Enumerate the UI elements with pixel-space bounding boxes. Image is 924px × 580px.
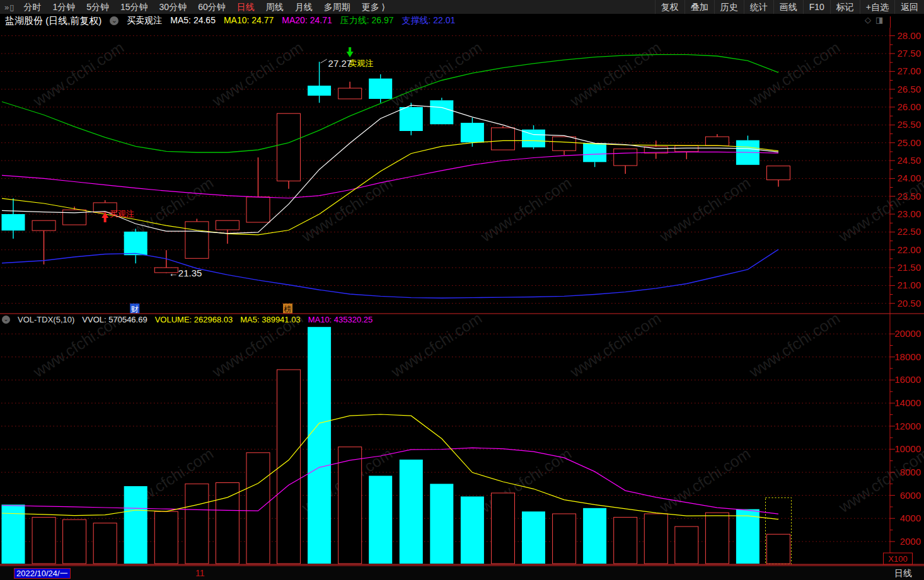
watermark: www.cfchi.com [656,174,754,246]
volume-bar-14[interactable] [400,460,423,564]
candle-11[interactable] [308,62,331,103]
high-price-label: 27.27 [328,58,352,69]
volume-bar-19[interactable] [553,514,576,564]
candle-5[interactable] [124,229,147,263]
support-line [2,249,778,298]
menu-item-统计[interactable]: 统计 [744,0,773,14]
volume-bar-22[interactable] [644,514,667,564]
candle-10[interactable] [277,113,301,189]
menu-item-1分钟[interactable]: 1分钟 [47,0,81,14]
candle-14[interactable] [400,103,423,135]
menu-item-标记[interactable]: 标记 [830,0,860,14]
volume-bar-21[interactable] [614,517,637,564]
menu-item-+自选[interactable]: +自选 [860,0,894,14]
top-menu-bar: »▯ 分时1分钟5分钟15分钟30分钟60分钟日线周线月线多周期更多 ⟩ 复权叠… [0,0,924,14]
candle-8[interactable] [216,220,239,244]
candle-24[interactable] [705,134,729,145]
watermark: www.cfchi.com [746,309,843,381]
menu-item-叠加[interactable]: 叠加 [684,0,714,14]
tdx-stock-chart-window: »▯ 分时1分钟5分钟15分钟30分钟60分钟日线周线月线多周期更多 ⟩ 复权叠… [0,0,924,580]
menu-item-多周期[interactable]: 多周期 [318,0,356,14]
watermark: www.cfchi.com [835,445,924,516]
candle-26[interactable] [767,166,790,187]
volume-bar-4[interactable] [93,523,117,564]
volume-bar-6[interactable] [154,511,178,564]
volume-bar-24[interactable] [705,513,729,564]
volume-bar-2[interactable] [32,517,55,564]
candle-18[interactable] [522,125,545,149]
candle-22[interactable] [644,140,667,159]
candle-3[interactable] [63,207,86,225]
chart-canvas[interactable]: www.cfchi.comwww.cfchi.comwww.cfchi.comw… [0,28,924,566]
menu-item-15分钟[interactable]: 15分钟 [115,0,154,14]
candle-9[interactable] [246,157,270,222]
volume-bar-20[interactable] [583,508,606,564]
volume-axis-label: 6000 [900,490,921,501]
event-marker-label: 榜 [284,305,292,314]
volume-unit-label: X100 [888,554,907,564]
volume-bar-11[interactable] [308,327,331,564]
sell-marker-label: 卖观注 [349,59,373,68]
volume-bar-7[interactable] [185,484,209,564]
volume-bar-26[interactable] [767,534,790,564]
period-label: 日线 [894,568,912,579]
volume-bar-15[interactable] [430,484,453,564]
candle-25[interactable] [736,135,759,164]
volume-bar-13[interactable] [369,476,392,564]
watermark: www.cfchi.com [746,38,843,110]
candle-12[interactable] [338,82,362,99]
price-axis-label: 20.50 [897,298,921,309]
menu-item-更多 ⟩[interactable]: 更多 ⟩ [356,0,391,14]
menu-item-日线[interactable]: 日线 [231,0,260,14]
menu-item-复权[interactable]: 复权 [655,0,684,14]
watermark: www.cfchi.com [298,174,396,246]
ma-stat: MA20: 24.71 [282,15,332,26]
menu-item-F10[interactable]: F10 [803,0,830,14]
indicator-name: 买卖观注 [127,15,162,26]
price-axis-label: 24.00 [897,173,921,183]
volume-bar-8[interactable] [216,483,239,564]
volume-bar-17[interactable] [492,493,515,564]
candle-1[interactable] [2,198,25,239]
date-axis-bar: 2022/10/24/一 11 日线 [0,566,924,580]
candle-13[interactable] [369,74,392,103]
volume-bar-16[interactable] [461,496,484,564]
watermark: www.cfchi.com [477,174,575,246]
volume-bar-23[interactable] [675,526,698,564]
volume-bar-12[interactable] [338,447,362,564]
candle-20[interactable] [583,143,606,167]
menu-item-分时[interactable]: 分时 [18,0,47,14]
candle-17[interactable] [492,126,515,150]
menu-item-历史[interactable]: 历史 [714,0,744,14]
title-bar: 盐湖股份 (日线,前复权) ⌄ 买卖观注 MA5: 24.65MA10: 24.… [0,14,890,28]
menu-item-周线[interactable]: 周线 [260,0,289,14]
volume-bar-3[interactable] [63,520,86,564]
watermark-layer: www.cfchi.comwww.cfchi.comwww.cfchi.comw… [30,38,924,516]
resistance-line [2,55,778,152]
menu-item-5分钟[interactable]: 5分钟 [81,0,115,14]
volume-bar-18[interactable] [522,511,545,564]
candle-7[interactable] [185,219,209,258]
ma-stat: 支撑线: 22.01 [402,15,456,26]
candle-19[interactable] [553,137,576,155]
split-panel-icon[interactable]: ◨ [875,15,883,25]
price-axis-label: 26.00 [897,101,921,112]
indicator-dropdown-icon[interactable]: ⌄ [110,16,118,25]
volume-bar-9[interactable] [246,453,270,564]
volume-bar-5[interactable] [124,486,147,564]
diamond-icon[interactable]: ◇ [865,15,871,25]
menu-item-画线[interactable]: 画线 [773,0,803,14]
menu-item-月线[interactable]: 月线 [289,0,318,14]
ma-stat: 压力线: 26.97 [340,15,394,26]
volume-bar-25[interactable] [736,509,759,564]
price-axis-label: 22.50 [897,226,921,237]
collapse-panel-icon[interactable]: »▯ [0,3,18,12]
price-axis-label: 21.00 [897,280,921,290]
menu-item-返回[interactable]: 返回 [894,0,924,14]
menu-item-60分钟[interactable]: 60分钟 [192,0,231,14]
menu-item-30分钟[interactable]: 30分钟 [154,0,193,14]
candle-2[interactable] [32,220,55,264]
watermark: www.cfchi.com [567,309,664,381]
overlay-lines [2,55,778,520]
candle-15[interactable] [430,98,453,124]
